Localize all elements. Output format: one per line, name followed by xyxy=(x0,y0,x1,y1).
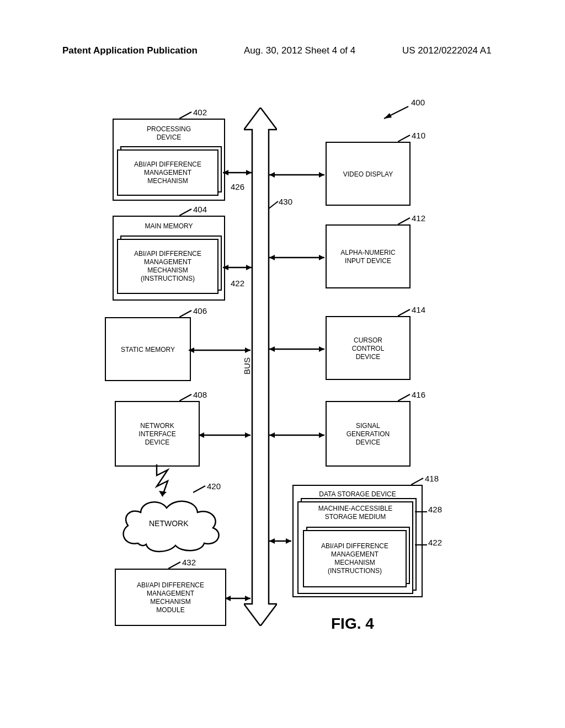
svg-marker-46 xyxy=(269,538,275,544)
svg-line-42 xyxy=(411,478,423,485)
video-display-title: VIDEO DISPLAY xyxy=(340,167,396,181)
svg-line-21 xyxy=(193,486,205,493)
bus-label: BUS xyxy=(242,357,252,374)
svg-line-38 xyxy=(398,394,410,401)
ref-422b: 422 xyxy=(428,538,442,547)
svg-line-3 xyxy=(179,112,191,119)
svg-marker-32 xyxy=(269,255,275,260)
alpha-input-box: ALPHA-NUMERIC INPUT DEVICE xyxy=(326,224,411,288)
alpha-input-title: ALPHA-NUMERIC INPUT DEVICE xyxy=(337,245,398,267)
cursor-control-title: CURSOR CONTROL DEVICE xyxy=(349,333,388,363)
figure-label: FIG. 4 xyxy=(331,615,374,633)
ref-428: 428 xyxy=(428,505,442,514)
video-display-box: VIDEO DISPLAY xyxy=(326,142,411,206)
static-memory-title: STATIC MEMORY xyxy=(118,342,178,356)
ref-400-arrow xyxy=(381,104,414,121)
svg-line-30 xyxy=(398,218,410,224)
svg-marker-19 xyxy=(245,432,250,438)
svg-marker-28 xyxy=(269,172,275,178)
conn-406-bus xyxy=(189,345,255,356)
svg-marker-11 xyxy=(246,265,252,270)
conn-402-bus xyxy=(223,167,256,178)
ref-422a: 422 xyxy=(231,279,244,288)
storage-medium-text: MACHINE-ACCESSIBLE STORAGE MEDIUM xyxy=(318,505,393,521)
conn-404-bus xyxy=(223,262,256,273)
svg-line-16 xyxy=(179,394,191,401)
processing-inner-box: ABI/API DIFFERENCE MANAGEMENT MECHANISM xyxy=(117,149,218,196)
svg-marker-29 xyxy=(319,172,324,178)
svg-marker-36 xyxy=(269,346,275,352)
processing-device-title: PROCESSING DEVICE xyxy=(143,122,194,144)
svg-marker-33 xyxy=(319,255,324,260)
header-right: US 2012/0222024 A1 xyxy=(402,45,492,56)
network-cloud-label: NETWORK xyxy=(149,519,189,528)
svg-line-26 xyxy=(398,135,410,142)
conn-416-bus xyxy=(269,430,329,441)
zigzag-link-icon xyxy=(154,464,177,497)
module-title: ABI/API DIFFERENCE MANAGEMENT MECHANISM … xyxy=(134,578,207,617)
conn-418-bus xyxy=(269,536,297,547)
signal-gen-title: SIGNAL GENERATION DEVICE xyxy=(343,419,393,449)
svg-marker-18 xyxy=(199,432,204,438)
mainmem-inner-box: ABI/API DIFFERENCE MANAGEMENT MECHANISM … xyxy=(117,239,218,294)
module-box: ABI/API DIFFERENCE MANAGEMENT MECHANISM … xyxy=(115,569,226,626)
svg-marker-2 xyxy=(384,113,392,119)
svg-marker-10 xyxy=(223,265,228,270)
lead-422b xyxy=(415,543,429,547)
conn-410-bus xyxy=(269,169,329,180)
cursor-control-box: CURSOR CONTROL DEVICE xyxy=(326,316,411,380)
svg-marker-40 xyxy=(269,432,275,438)
net-if-title: NETWORK INTERFACE DEVICE xyxy=(135,419,179,449)
main-memory-title: MAIN MEMORY xyxy=(141,219,196,233)
svg-line-8 xyxy=(179,209,191,216)
net-if-box: NETWORK INTERFACE DEVICE xyxy=(115,401,200,467)
signal-gen-box: SIGNAL GENERATION DEVICE xyxy=(326,401,411,467)
svg-line-34 xyxy=(398,309,410,316)
svg-marker-6 xyxy=(246,170,252,175)
svg-line-7 xyxy=(268,201,278,209)
svg-marker-24 xyxy=(225,596,231,601)
figure-4-diagram: BUS 400 402 PROCESSING DEVICE ABI/API DI… xyxy=(105,108,480,659)
svg-line-12 xyxy=(179,311,191,317)
conn-432-bus xyxy=(225,593,254,604)
header-mid: Aug. 30, 2012 Sheet 4 of 4 xyxy=(244,45,355,56)
ref-426: 426 xyxy=(231,182,244,191)
conn-408-bus xyxy=(199,430,254,441)
svg-marker-37 xyxy=(319,346,324,352)
svg-marker-47 xyxy=(286,538,291,544)
storage-instr-text: ABI/API DIFFERENCE MANAGEMENT MECHANISM … xyxy=(321,542,388,575)
conn-412-bus xyxy=(269,252,329,263)
header-left: Patent Application Publication xyxy=(62,45,198,56)
svg-line-22 xyxy=(168,562,180,569)
conn-414-bus xyxy=(269,344,329,355)
mainmem-inner-text: ABI/API DIFFERENCE MANAGEMENT MECHANISM … xyxy=(134,250,201,283)
storage-instr-box: ABI/API DIFFERENCE MANAGEMENT MECHANISM … xyxy=(303,530,407,587)
lead-428 xyxy=(415,510,429,513)
svg-marker-5 xyxy=(223,170,228,175)
processing-inner-text: ABI/API DIFFERENCE MANAGEMENT MECHANISM xyxy=(134,160,201,185)
lead-430 xyxy=(268,200,281,211)
svg-marker-15 xyxy=(245,347,250,353)
static-memory-box: STATIC MEMORY xyxy=(105,317,191,381)
svg-marker-14 xyxy=(189,347,194,353)
svg-marker-25 xyxy=(245,596,250,601)
svg-marker-41 xyxy=(319,432,324,438)
